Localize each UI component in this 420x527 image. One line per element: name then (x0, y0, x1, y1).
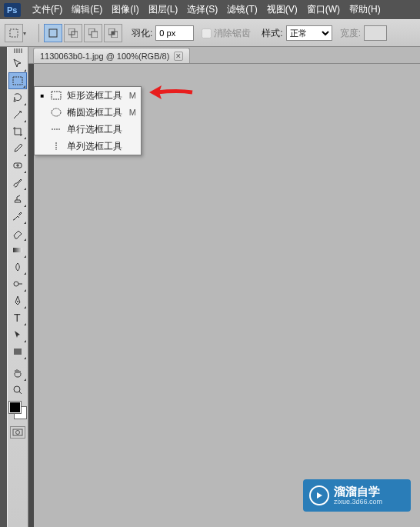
svg-rect-11 (13, 77, 22, 85)
menu-select[interactable]: 选择(S) (182, 0, 222, 19)
flyout-item-label: 单列选框工具 (67, 140, 132, 153)
feather-input[interactable] (155, 25, 194, 41)
width-label: 宽度: (340, 27, 361, 40)
svg-point-19 (14, 386, 20, 392)
flyout-rectangular-marquee[interactable]: ■ 矩形选框工具 M (35, 87, 141, 104)
toolbox-grip-icon[interactable] (8, 48, 27, 54)
flyout-item-shortcut: M (129, 91, 136, 100)
flyout-selected-dot-icon: ■ (39, 92, 45, 99)
flyout-item-label: 单行选框工具 (67, 123, 132, 136)
marquee-tool-flyout: ■ 矩形选框工具 M 椭圆选框工具 M 单行选框工具 单列选框工具 (34, 86, 142, 155)
flyout-item-label: 矩形选框工具 (67, 89, 125, 102)
menubar: Ps 文件(F) 编辑(E) 图像(I) 图层(L) 选择(S) 滤镜(T) 视… (0, 0, 420, 19)
svg-text:Ps: Ps (7, 5, 17, 15)
svg-rect-14 (13, 248, 22, 252)
menu-layer[interactable]: 图层(L) (144, 0, 183, 19)
lasso-tool[interactable] (8, 89, 27, 106)
flyout-elliptical-marquee[interactable]: 椭圆选框工具 M (35, 104, 141, 121)
feather-label: 羽化: (132, 27, 152, 40)
document-tab-title: 1130063b0-1.jpg @ 100%(RGB/8) (40, 52, 169, 61)
crop-tool[interactable] (8, 123, 27, 140)
toolbox: T (7, 47, 28, 527)
rect-marquee-icon (50, 89, 62, 102)
width-input (364, 25, 387, 41)
hand-tool[interactable] (8, 365, 27, 382)
ps-logo-icon: Ps (3, 2, 22, 18)
svg-rect-10 (112, 32, 115, 35)
menu-image[interactable]: 图像(I) (107, 0, 143, 19)
svg-point-16 (17, 301, 18, 302)
options-bar: ▾ 羽化: 消除锯齿 样式: 正常 宽度: (0, 19, 420, 47)
svg-point-23 (52, 108, 61, 116)
selection-add-button[interactable] (64, 24, 82, 42)
menu-help[interactable]: 帮助(H) (345, 0, 385, 19)
flyout-single-column-marquee[interactable]: 单列选框工具 (35, 138, 141, 155)
ellipse-marquee-icon (50, 106, 62, 118)
svg-rect-22 (52, 92, 61, 99)
svg-rect-7 (92, 32, 98, 38)
rectangular-marquee-tool[interactable] (8, 72, 27, 89)
watermark-title: 溜溜自学 (334, 485, 382, 497)
watermark-sub: zixue.3d66.com (334, 499, 382, 505)
menu-file[interactable]: 文件(F) (28, 0, 67, 19)
annotation-arrow-icon (148, 83, 194, 105)
svg-point-21 (16, 431, 20, 435)
zoom-tool[interactable] (8, 382, 27, 399)
flyout-item-label: 椭圆选框工具 (67, 106, 125, 119)
style-select[interactable]: 正常 (286, 25, 332, 41)
selection-intersect-button[interactable] (104, 24, 122, 42)
svg-rect-3 (49, 29, 57, 37)
rectangle-shape-tool[interactable] (8, 343, 27, 360)
flyout-item-shortcut: M (129, 108, 136, 117)
play-icon (309, 485, 329, 505)
brush-tool[interactable] (8, 174, 27, 191)
move-tool[interactable] (8, 55, 27, 72)
smudge-tool[interactable] (8, 258, 27, 275)
svg-text:T: T (14, 312, 21, 324)
document-tab-bar: 1130063b0-1.jpg @ 100%(RGB/8) ✕ (28, 47, 420, 64)
clone-stamp-tool[interactable] (8, 191, 27, 208)
foreground-color-swatch[interactable] (9, 402, 21, 413)
tool-preset-button[interactable] (5, 24, 23, 42)
canvas-dark-strip (28, 64, 34, 527)
menu-filter[interactable]: 滤镜(T) (222, 0, 262, 19)
path-selection-tool[interactable] (8, 326, 27, 343)
document-tab[interactable]: 1130063b0-1.jpg @ 100%(RGB/8) ✕ (33, 48, 190, 63)
menu-view[interactable]: 视图(V) (262, 0, 302, 19)
svg-rect-18 (14, 349, 22, 355)
antialias-checkbox (202, 28, 212, 38)
left-gutter (0, 47, 7, 527)
color-swatches[interactable] (9, 402, 26, 419)
type-tool[interactable]: T (8, 309, 27, 326)
dodge-tool[interactable] (8, 275, 27, 292)
healing-brush-tool[interactable] (8, 157, 27, 174)
col-marquee-icon (50, 140, 62, 152)
magic-wand-tool[interactable] (8, 106, 27, 123)
watermark-badge: 溜溜自学 zixue.3d66.com (303, 479, 411, 512)
selection-mode-group (44, 24, 124, 42)
quick-mask-button[interactable] (10, 426, 25, 439)
gradient-tool[interactable] (8, 242, 27, 258)
history-brush-tool[interactable] (8, 208, 27, 225)
menu-edit[interactable]: 编辑(E) (67, 0, 107, 19)
svg-point-15 (14, 282, 18, 286)
eraser-tool[interactable] (8, 225, 27, 242)
svg-point-12 (20, 111, 22, 112)
selection-new-button[interactable] (44, 24, 62, 42)
close-tab-button[interactable]: ✕ (174, 52, 183, 61)
menu-window[interactable]: 窗口(W) (302, 0, 345, 19)
flyout-single-row-marquee[interactable]: 单行选框工具 (35, 121, 141, 138)
eyedropper-tool[interactable] (8, 140, 27, 157)
antialias-label: 消除锯齿 (214, 27, 251, 40)
row-marquee-icon (50, 123, 62, 135)
selection-subtract-button[interactable] (84, 24, 102, 42)
svg-rect-2 (10, 29, 18, 37)
pen-tool[interactable] (8, 292, 27, 309)
style-label: 样式: (262, 27, 282, 40)
